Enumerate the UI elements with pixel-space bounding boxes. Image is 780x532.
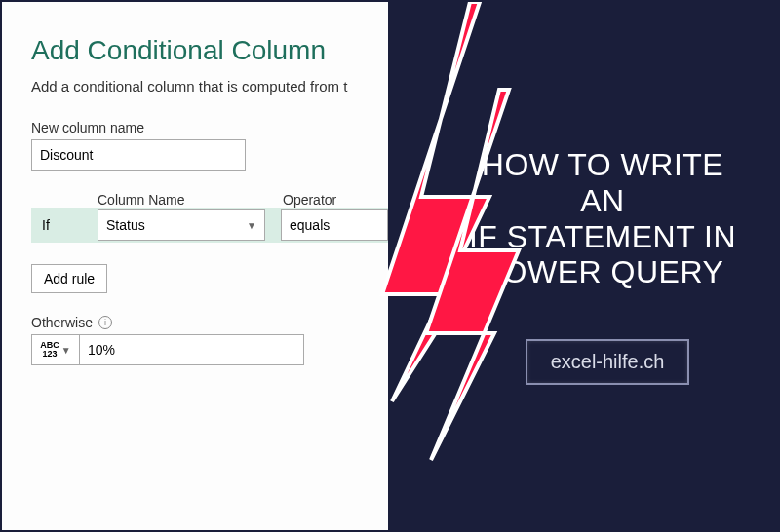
column-name-value: Status	[106, 217, 145, 233]
site-badge: excel-hilfe.ch	[526, 339, 690, 385]
column-name-select[interactable]: Status ▼	[98, 209, 265, 241]
if-label: If	[31, 208, 98, 243]
header-column-name: Column Name	[98, 192, 283, 208]
operator-select[interactable]: equals	[281, 209, 388, 241]
condition-section: Column Name Operator If Status ▼ equals	[31, 192, 447, 243]
info-icon: i	[98, 316, 112, 329]
promo-panel: HOW TO WRITE AN IF STATEMENT IN POWER QU…	[388, 2, 778, 530]
new-column-label: New column name	[31, 120, 447, 135]
add-rule-button[interactable]: Add rule	[31, 264, 107, 293]
value-type-picker[interactable]: ABC 123 ▼	[31, 334, 80, 365]
headline-line-2: IF STATEMENT IN	[469, 219, 736, 254]
chevron-down-icon: ▼	[247, 220, 256, 231]
headline-line-3: POWER QUERY	[482, 254, 724, 289]
otherwise-section: Otherwise i ABC 123 ▼	[31, 315, 447, 365]
promo-headline: HOW TO WRITE AN IF STATEMENT IN POWER QU…	[388, 147, 778, 290]
dialog-description: Add a conditional column that is compute…	[31, 78, 447, 95]
dialog-title: Add Conditional Column	[31, 35, 447, 66]
new-column-input[interactable]	[31, 139, 246, 171]
new-column-section: New column name	[31, 120, 447, 171]
otherwise-input[interactable]	[80, 334, 304, 365]
chevron-down-icon: ▼	[61, 345, 71, 356]
headline-line-1: HOW TO WRITE AN	[482, 147, 723, 218]
condition-row: If Status ▼ equals	[31, 208, 447, 243]
add-rule-section: Add rule	[31, 264, 447, 293]
operator-value: equals	[290, 217, 330, 233]
header-operator: Operator	[283, 192, 336, 208]
type-picker-123: 123	[43, 350, 58, 359]
otherwise-label: Otherwise	[31, 315, 93, 330]
